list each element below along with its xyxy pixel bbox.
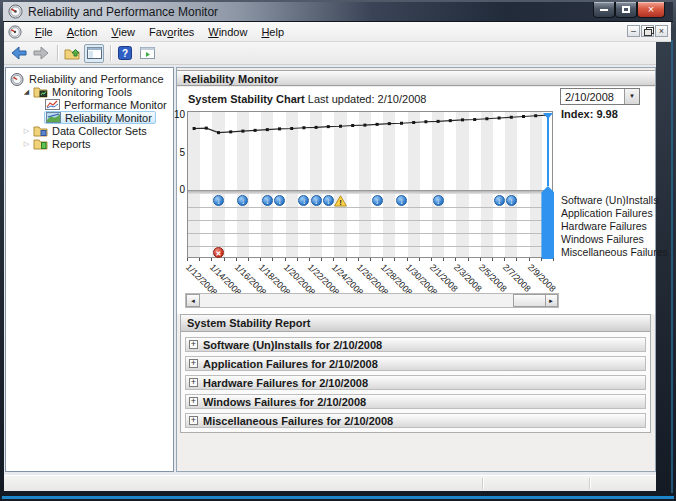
dropdown-arrow-icon[interactable]: ▼ [624, 89, 639, 104]
event-row-label: Windows Failures [561, 233, 644, 245]
status-separator [589, 478, 590, 489]
zero-line-band [188, 190, 552, 194]
chart-title-line: System Stability Chart Last updated: 2/1… [188, 93, 427, 105]
chart-horizontal-scrollbar[interactable]: ◄ ► [185, 293, 559, 308]
sidebar-item-label: Reliability and Performance [29, 73, 164, 85]
expand-plus-icon[interactable]: + [189, 359, 198, 368]
menu-favorites[interactable]: Favorites [142, 24, 201, 40]
software-install-icon: ↓ [323, 195, 334, 206]
sidebar-item-data-collector-sets[interactable]: ▷Data Collector Sets [6, 124, 173, 137]
action-pane-icon [140, 47, 155, 59]
report-section-label: Application Failures for 2/10/2008 [203, 358, 378, 370]
y-tick-label: 5 [167, 147, 185, 158]
help-button[interactable]: ? [115, 44, 135, 63]
report-section-application-failures-for-2-10-[interactable]: +Application Failures for 2/10/2008 [185, 356, 646, 371]
x-tick [370, 258, 371, 261]
x-tick [358, 258, 359, 261]
sidebar-item-reliability-monitor[interactable]: Reliability Monitor [6, 111, 173, 124]
expand-plus-icon[interactable]: + [189, 416, 198, 425]
window-title: Reliability and Performance Monitor [28, 5, 218, 19]
gauge-icon [10, 73, 26, 85]
report-section-label: Windows Failures for 2/10/2008 [203, 396, 366, 408]
x-tick [187, 258, 188, 261]
expand-plus-icon[interactable]: + [189, 378, 198, 387]
menu-action[interactable]: Action [60, 24, 105, 40]
console-tree-icon [87, 47, 102, 59]
software-install-icon: ↓ [262, 195, 273, 206]
stability-index-line [188, 112, 554, 190]
mdi-minimize-button[interactable]: – [627, 25, 640, 37]
frame-accent [671, 40, 673, 493]
x-tick [492, 258, 493, 261]
sidebar-item-reports[interactable]: ▷Reports [6, 137, 173, 150]
menu-items: FileActionViewFavoritesWindowHelp [28, 24, 291, 40]
event-row-label: Application Failures [561, 207, 653, 219]
expand-plus-icon[interactable]: + [189, 340, 198, 349]
x-tick [297, 258, 298, 261]
scroll-right-icon[interactable]: ► [544, 294, 558, 307]
scrollbar-thumb[interactable] [513, 294, 546, 307]
selected-day-flag-icon [543, 113, 553, 119]
y-tick-label: 0 [167, 184, 185, 195]
menu-view[interactable]: View [104, 24, 142, 40]
report-section-software-un-installs-for-2-10-[interactable]: +Software (Un)Installs for 2/10/2008 [185, 337, 646, 352]
x-tick [455, 258, 456, 261]
frame-accent [2, 496, 674, 499]
status-bar [4, 475, 656, 491]
sidebar-item-reliability-and-performance[interactable]: Reliability and Performance [6, 72, 173, 85]
collapsed-arrow-icon[interactable]: ▷ [21, 127, 32, 135]
data-collector-sets-icon [33, 125, 49, 137]
mdi-restore-button[interactable] [641, 25, 654, 37]
reports-icon [33, 138, 49, 150]
report-section-windows-failures-for-2-10-2008[interactable]: +Windows Failures for 2/10/2008 [185, 394, 646, 409]
x-tick [309, 258, 310, 261]
reliability-monitor-icon [46, 112, 62, 124]
folder-up-icon [64, 47, 80, 60]
sidebar-item-label: Data Collector Sets [52, 125, 147, 137]
stability-chart-grid: ↓↓↓↓↓↓↓↓↓↓↓↓!✕ [187, 111, 553, 258]
x-tick [285, 258, 286, 261]
forward-button[interactable] [31, 44, 51, 63]
results-pane: Reliability Monitor System Stability Cha… [176, 67, 656, 472]
action-pane-button[interactable] [137, 44, 157, 63]
date-dropdown[interactable]: 2/10/2008 ▼ [560, 88, 640, 105]
x-tick [248, 258, 249, 261]
sidebar-item-monitoring-tools[interactable]: ◢Monitoring Tools [6, 85, 173, 98]
close-button[interactable]: × [637, 2, 665, 18]
menu-file[interactable]: File [28, 24, 60, 40]
app-icon [8, 4, 23, 19]
mdi-window-buttons: – × [627, 25, 668, 37]
software-install-icon: ↓ [396, 195, 407, 206]
stability-index-label: Index: 9.98 [561, 108, 618, 120]
back-button[interactable] [9, 44, 29, 63]
collapsed-arrow-icon[interactable]: ▷ [21, 140, 32, 148]
expanded-arrow-icon[interactable]: ◢ [21, 88, 32, 96]
software-install-icon: ↓ [433, 195, 444, 206]
sidebar-item-performance-monitor[interactable]: Performance Monitor [6, 98, 173, 111]
pane-title: Reliability Monitor [177, 70, 655, 86]
menu-window[interactable]: Window [201, 24, 254, 40]
menu-help[interactable]: Help [254, 24, 291, 40]
x-tick [199, 258, 200, 261]
x-tick [394, 258, 395, 261]
svg-text:!: ! [339, 198, 342, 207]
software-install-icon: ↓ [506, 195, 517, 206]
minimize-button[interactable] [593, 2, 615, 18]
title-bar[interactable]: Reliability and Performance Monitor × [3, 2, 673, 22]
mdi-close-button[interactable]: × [655, 25, 668, 37]
x-tick [224, 258, 225, 261]
console-tree-button[interactable] [84, 44, 104, 63]
failure-icon: ✕ [213, 247, 224, 258]
report-section-miscellaneous-failures-for-2-1[interactable]: +Miscellaneous Failures for 2/10/2008 [185, 413, 646, 428]
expand-plus-icon[interactable]: + [189, 397, 198, 406]
sidebar-item-label: Performance Monitor [64, 99, 167, 111]
event-row-divider [188, 233, 552, 234]
maximize-button[interactable] [615, 2, 637, 18]
software-install-icon: ↓ [372, 195, 383, 206]
scroll-left-icon[interactable]: ◄ [186, 294, 200, 307]
report-section-hardware-failures-for-2-10-200[interactable]: +Hardware Failures for 2/10/2008 [185, 375, 646, 390]
selected-day-marker-bar[interactable] [541, 186, 554, 259]
up-one-level-button[interactable] [62, 44, 82, 63]
x-tick [272, 258, 273, 261]
x-tick [468, 258, 469, 261]
